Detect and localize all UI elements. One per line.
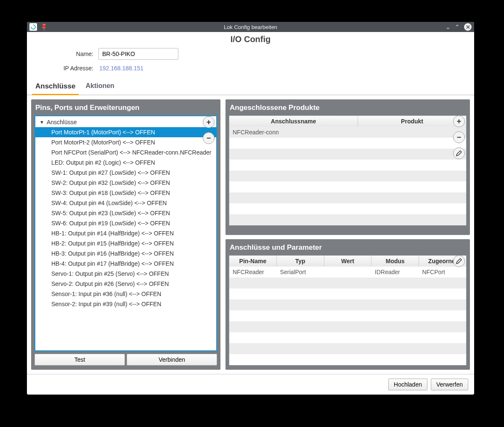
upload-button[interactable]: Hochladen bbox=[388, 379, 427, 390]
table-row[interactable]: NFCReader-conn bbox=[229, 127, 466, 138]
panel-products-title: Angeschlossene Produkte bbox=[229, 102, 467, 115]
pin-icon[interactable]: 📌 bbox=[39, 22, 48, 32]
tree-item[interactable]: Sensor-2: Input pin #39 (null) <--> OFFE… bbox=[35, 299, 216, 309]
discard-button[interactable]: Verwerfen bbox=[431, 379, 468, 390]
remove-button[interactable]: − bbox=[203, 132, 215, 144]
titlebar: 📌 Lok Config bearbeiten ⌄ ⌃ ✕ bbox=[27, 22, 474, 32]
form: Name: IP Adresse: 192.168.188.151 bbox=[27, 45, 474, 79]
cell: NFCPort bbox=[419, 267, 466, 278]
cell bbox=[348, 127, 467, 138]
tree-root-label: Anschlüsse bbox=[47, 119, 77, 125]
maximize-icon[interactable]: ⌃ bbox=[455, 24, 460, 30]
tree-item[interactable]: HB-1: Output pin #14 (HalfBridge) <--> O… bbox=[35, 228, 216, 238]
tree[interactable]: ▼ Anschlüsse Port MotorPt-1 (MotorPort) … bbox=[34, 115, 217, 351]
table-row[interactable]: NFCReader SerialPort IDReader NFCPort bbox=[229, 267, 466, 278]
window-title: Lok Config bearbeiten bbox=[27, 24, 474, 30]
col-typ[interactable]: Typ bbox=[277, 256, 324, 267]
app-icon bbox=[29, 23, 37, 31]
connect-button[interactable]: Verbinden bbox=[127, 354, 217, 366]
content: I/O Config Name: IP Adresse: 192.168.188… bbox=[27, 32, 474, 395]
panel-params: Anschlüsse und Parameter Pin-Name Typ We… bbox=[225, 239, 470, 370]
panel-pins-title: Pins, Ports und Erweiterungen bbox=[34, 102, 217, 115]
cell: NFCReader-conn bbox=[229, 127, 348, 138]
col-modus[interactable]: Modus bbox=[371, 256, 419, 267]
col-pinname[interactable]: Pin-Name bbox=[229, 256, 277, 267]
tab-anschluesse[interactable]: Anschlüsse bbox=[35, 79, 75, 95]
col-anschlussname[interactable]: Anschlussname bbox=[229, 116, 358, 127]
close-icon[interactable]: ✕ bbox=[464, 23, 472, 31]
tree-item[interactable]: Sensor-1: Input pin #36 (null) <--> OFFE… bbox=[35, 289, 216, 299]
pencil-icon bbox=[456, 258, 462, 264]
tabs: Anschlüsse Aktionen bbox=[27, 79, 474, 95]
tree-item[interactable]: SW-2: Output pin #32 (LowSide) <--> OFFE… bbox=[35, 178, 216, 188]
tree-root[interactable]: ▼ Anschlüsse bbox=[35, 117, 216, 127]
col-produkt[interactable]: Produkt bbox=[358, 116, 466, 127]
tree-item[interactable]: SW-5: Output pin #23 (LowSide) <--> OFFE… bbox=[35, 208, 216, 218]
tree-item[interactable]: HB-3: Output pin #16 (HalfBridge) <--> O… bbox=[35, 248, 216, 259]
panel-products: Angeschlossene Produkte Anschlussname Pr… bbox=[225, 99, 470, 235]
tree-item[interactable]: Servo-2: Output pin #26 (Servo) <--> OFF… bbox=[35, 279, 216, 289]
name-input[interactable] bbox=[98, 48, 178, 60]
tree-item[interactable]: Servo-1: Output pin #25 (Servo) <--> OFF… bbox=[35, 269, 216, 279]
remove-product-button[interactable]: − bbox=[453, 131, 465, 143]
pencil-icon bbox=[456, 150, 462, 157]
tree-item[interactable]: Port MotorPt-1 (MotorPort) <--> OFFEN bbox=[35, 127, 216, 137]
tree-item[interactable]: SW-6: Output pin #19 (LowSide) <--> OFFE… bbox=[35, 218, 216, 228]
params-table[interactable]: Pin-Name Typ Wert Modus Zugeornet NFCRea… bbox=[229, 255, 467, 366]
products-table[interactable]: Anschlussname Produkt NFCReader-conn bbox=[229, 115, 467, 226]
test-button[interactable]: Test bbox=[34, 354, 125, 366]
tree-item[interactable]: Port MotorPt-2 (MotorPort) <--> OFFEN bbox=[35, 137, 216, 147]
tree-item[interactable]: SW-4: Output pin #4 (LowSide) <--> OFFEN bbox=[35, 198, 216, 208]
tree-item[interactable]: LED: Output pin #2 (Logic) <--> OFFEN bbox=[35, 157, 216, 168]
minimize-icon[interactable]: ⌄ bbox=[446, 24, 451, 30]
cell: SerialPort bbox=[277, 267, 324, 278]
cell bbox=[324, 267, 371, 278]
panel-params-title: Anschlüsse und Parameter bbox=[229, 242, 467, 255]
edit-product-button[interactable] bbox=[453, 147, 465, 159]
caret-down-icon: ▼ bbox=[40, 120, 44, 125]
tree-item[interactable]: SW-3: Output pin #18 (LowSide) <--> OFFE… bbox=[35, 188, 216, 198]
cell: IDReader bbox=[371, 267, 419, 278]
cell: NFCReader bbox=[229, 267, 277, 278]
add-product-button[interactable]: + bbox=[453, 115, 465, 127]
tree-item[interactable]: HB-4: Output pin #17 (HalfBridge) <--> O… bbox=[35, 259, 216, 269]
tree-item[interactable]: Port NFCPort (SerialPort) <--> NFCReader… bbox=[35, 147, 216, 157]
panel-pins: Pins, Ports und Erweiterungen ▼ Anschlüs… bbox=[31, 99, 220, 370]
col-wert[interactable]: Wert bbox=[324, 256, 372, 267]
ip-label: IP Adresse: bbox=[27, 65, 98, 72]
tab-aktionen[interactable]: Aktionen bbox=[85, 79, 114, 95]
name-label: Name: bbox=[27, 51, 98, 57]
page-title: I/O Config bbox=[27, 32, 474, 45]
edit-params-button[interactable] bbox=[453, 255, 465, 267]
add-button[interactable]: + bbox=[203, 116, 215, 128]
ip-value: 192.168.188.151 bbox=[98, 65, 143, 72]
footer: Hochladen Verwerfen bbox=[27, 374, 474, 395]
window: 📌 Lok Config bearbeiten ⌄ ⌃ ✕ I/O Config… bbox=[27, 22, 474, 395]
tree-item[interactable]: SW-1: Output pin #27 (LowSide) <--> OFFE… bbox=[35, 168, 216, 178]
tree-item[interactable]: HB-2: Output pin #15 (HalfBridge) <--> O… bbox=[35, 238, 216, 248]
